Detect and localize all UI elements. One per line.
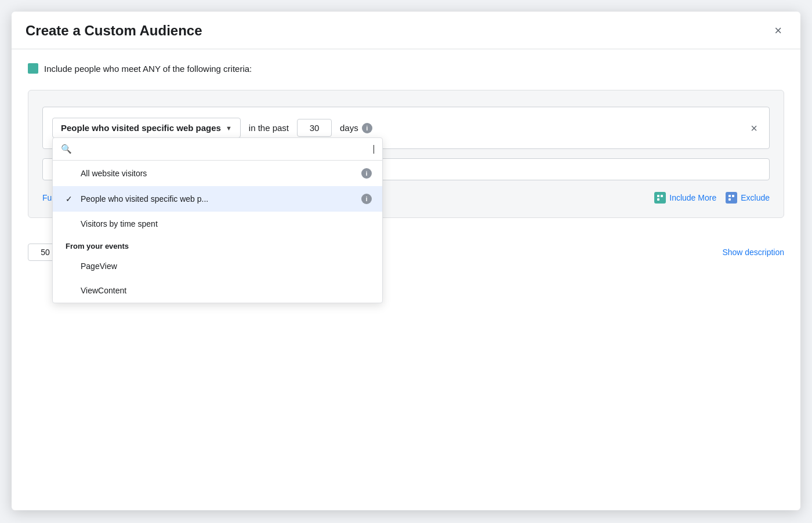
modal-body: Include people who meet ANY of the follo… — [12, 49, 800, 275]
show-description-button[interactable]: Show description — [722, 248, 784, 257]
modal: Create a Custom Audience × Include peopl… — [12, 12, 800, 510]
in-past-label: in the past — [249, 123, 289, 133]
audience-type-dropdown[interactable]: People who visited specific web pages ▼ — [52, 118, 241, 138]
include-more-label: Include More — [669, 193, 716, 202]
svg-rect-5 — [728, 195, 731, 197]
include-more-icon — [654, 192, 666, 204]
cursor — [374, 145, 374, 154]
specific-pages-info-icon[interactable]: i — [361, 194, 372, 204]
modal-title: Create a Custom Audience — [26, 23, 202, 39]
criteria-section: Include people who meet ANY of the follo… — [28, 63, 784, 74]
dropdown-selected-label: People who visited specific web pages — [61, 123, 221, 133]
exclude-label: Exclude — [741, 193, 770, 202]
fu-link[interactable]: Fu — [42, 193, 52, 202]
svg-rect-7 — [728, 198, 731, 201]
dropdown-item-time-spent[interactable]: Visitors by time spent — [53, 212, 382, 236]
days-input[interactable] — [297, 119, 332, 137]
svg-rect-2 — [661, 195, 663, 197]
item-label-pageview: PageView — [81, 262, 372, 271]
svg-rect-6 — [732, 195, 734, 197]
svg-rect-1 — [657, 195, 659, 197]
item-label-time-spent: Visitors by time spent — [81, 219, 372, 228]
check-mark-selected: ✓ — [66, 194, 75, 204]
svg-rect-3 — [657, 198, 659, 201]
remove-row-button[interactable]: × — [748, 120, 760, 136]
svg-rect-0 — [656, 194, 664, 202]
dropdown-search-input[interactable] — [77, 144, 368, 154]
days-info-icon[interactable]: i — [362, 123, 372, 133]
dropdown-item-pageview[interactable]: PageView — [53, 254, 382, 278]
section-box: People who visited specific web pages ▼ … — [28, 90, 784, 218]
item-label-all-visitors: All website visitors — [81, 169, 356, 178]
search-icon: 🔍 — [61, 144, 72, 154]
modal-header: Create a Custom Audience × — [12, 12, 800, 49]
exclude-icon — [726, 192, 737, 204]
criteria-icon — [28, 63, 38, 74]
dropdown-search-container: 🔍 — [53, 138, 382, 161]
criteria-label-text: Include people who meet ANY of the follo… — [44, 64, 252, 74]
all-visitors-info-icon[interactable]: i — [361, 168, 372, 179]
item-label-specific-pages: People who visited specific web p... — [81, 194, 356, 204]
days-label: days i — [340, 123, 372, 133]
dropdown-item-specific-pages[interactable]: ✓ People who visited specific web p... i — [53, 186, 382, 212]
exclude-button[interactable]: Exclude — [726, 192, 770, 204]
action-buttons: Include More Exclude — [654, 192, 770, 204]
chevron-down-icon: ▼ — [226, 125, 232, 132]
audience-row: People who visited specific web pages ▼ … — [42, 107, 770, 149]
dropdown-menu: 🔍 All website visitors i ✓ People who vi… — [52, 137, 383, 303]
svg-rect-4 — [727, 194, 735, 202]
dropdown-item-viewcontent[interactable]: ViewContent — [53, 278, 382, 303]
events-section-header: From your events — [53, 236, 382, 254]
close-button[interactable]: × — [770, 22, 786, 39]
dropdown-item-all-visitors[interactable]: All website visitors i — [53, 161, 382, 186]
include-more-button[interactable]: Include More — [654, 192, 716, 204]
item-label-viewcontent: ViewContent — [81, 286, 372, 295]
